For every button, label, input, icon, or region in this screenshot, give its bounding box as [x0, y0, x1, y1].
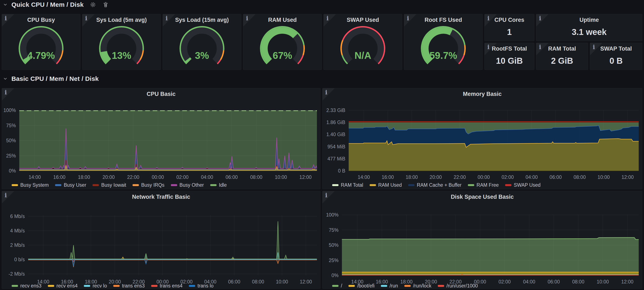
panel-title[interactable]: RAM Total	[536, 46, 588, 52]
legend-item[interactable]: Busy User	[55, 182, 86, 188]
svg-text:04:00: 04:00	[526, 174, 538, 180]
legend-label: /run/lock	[413, 283, 432, 289]
legend-swatch	[210, 184, 216, 186]
stat-value: 3.1 week	[536, 27, 642, 37]
panel-title[interactable]: CPU Busy	[2, 17, 80, 23]
legend-item[interactable]: trans ens3	[113, 283, 144, 289]
svg-text:1.40 GiB: 1.40 GiB	[326, 132, 346, 137]
legend-item[interactable]: RAM Cache + Buffer	[408, 182, 462, 188]
panel-sys-load-5m: i Sys Load (5m avg) 13%	[82, 14, 161, 70]
legend-item[interactable]: Busy Iowait	[92, 182, 126, 188]
legend-label: Busy System	[20, 182, 49, 188]
legend-swatch	[12, 285, 18, 287]
panel-title[interactable]: RootFS Total	[484, 46, 534, 52]
legend-item[interactable]: /run	[381, 283, 398, 289]
stat-value: 0 B	[590, 56, 642, 66]
section-header-basic[interactable]: Basic CPU / Mem / Net / Disk	[3, 74, 99, 84]
legend-item[interactable]: Busy Other	[171, 182, 204, 188]
legend-item[interactable]: recv ens3	[12, 283, 42, 289]
legend-label: recv lo	[92, 283, 107, 289]
legend-item[interactable]: /run/user/1000	[438, 283, 478, 289]
panel-title[interactable]: SWAP Total	[590, 46, 642, 52]
gauge-value: N/A	[324, 50, 402, 61]
panel-title[interactable]: Uptime	[536, 17, 642, 23]
network-traffic-plot[interactable]: -2 Mb/s0 b/s2 Mb/s4 Mb/s6 Mb/s14:0016:00…	[2, 191, 320, 288]
legend-label: recv ens3	[20, 283, 42, 289]
panel-sys-load-15m: i Sys Load (15m avg) 3%	[162, 14, 241, 70]
svg-text:02:00: 02:00	[176, 174, 189, 180]
panel-memory-basic: i Memory Basic 0 B477 MiB954 MiB1.40 GiB…	[322, 88, 642, 189]
svg-text:477 MiB: 477 MiB	[328, 156, 345, 162]
svg-text:75%: 75%	[6, 123, 16, 128]
legend-item[interactable]: RAM Used	[370, 182, 402, 188]
legend-item[interactable]: /boot/efi	[348, 283, 374, 289]
svg-text:16:00: 16:00	[382, 174, 394, 180]
legend-swatch	[92, 184, 99, 186]
sys-load-5m-gauge	[82, 24, 161, 70]
legend-item[interactable]: recv ens4	[48, 283, 78, 289]
chevron-down-icon[interactable]	[3, 2, 8, 7]
legend-swatch	[438, 285, 444, 287]
legend-swatch	[84, 285, 90, 287]
section-header-quick[interactable]: Quick CPU / Mem / Disk	[3, 0, 109, 9]
panel-title[interactable]: RAM Used	[243, 17, 322, 23]
svg-text:00:00: 00:00	[152, 174, 164, 180]
svg-text:22:00: 22:00	[454, 174, 466, 180]
panel-title[interactable]: Root FS Used	[404, 17, 482, 23]
panel-cpu-basic: i CPU Basic 0%25%50%75%100%14:0016:0018:…	[2, 88, 320, 189]
svg-text:12:00: 12:00	[622, 174, 634, 180]
panel-swap-used: i SWAP Used N/A	[324, 14, 402, 70]
panel-title[interactable]: CPU Cores	[484, 17, 534, 23]
legend-item[interactable]: Idle	[210, 182, 227, 188]
gauge-value: 13%	[82, 50, 161, 61]
legend-label: RAM Free	[476, 182, 499, 188]
svg-text:08:00: 08:00	[574, 174, 586, 180]
chevron-down-icon[interactable]	[3, 76, 8, 81]
trash-icon[interactable]	[102, 1, 109, 8]
legend-item[interactable]: Busy IRQs	[132, 182, 164, 188]
legend-item[interactable]: SWAP Used	[505, 182, 541, 188]
svg-text:10:00: 10:00	[598, 174, 610, 180]
section-title[interactable]: Quick CPU / Mem / Disk	[12, 1, 84, 8]
legend-swatch	[48, 285, 54, 287]
memory-basic-plot[interactable]: 0 B477 MiB954 MiB1.40 GiB1.86 GiB2.33 Gi…	[322, 88, 642, 189]
legend-item[interactable]: trans ens4	[151, 283, 182, 289]
gauge-value: 59.7%	[404, 50, 482, 61]
legend-item[interactable]: /run/lock	[404, 283, 432, 289]
legend-label: Busy Iowait	[101, 182, 126, 188]
svg-text:18:00: 18:00	[406, 174, 418, 180]
legend-item[interactable]: Busy System	[12, 182, 49, 188]
legend-swatch	[151, 285, 158, 287]
panel-ram-total: i RAM Total 2 GiB	[536, 43, 588, 70]
disk-space-plot[interactable]: 0%25%50%75%100%14:0016:0018:0020:0022:00…	[322, 191, 642, 288]
ram-used-gauge	[243, 24, 322, 70]
sys-load-15m-gauge	[163, 24, 241, 70]
legend-swatch	[505, 184, 512, 186]
svg-text:22:00: 22:00	[127, 174, 139, 180]
legend-item[interactable]: RAM Free	[468, 182, 499, 188]
svg-text:14:00: 14:00	[28, 174, 41, 180]
section-title[interactable]: Basic CPU / Mem / Net / Disk	[12, 75, 99, 82]
svg-text:20:00: 20:00	[102, 174, 115, 180]
legend-item[interactable]: recv lo	[84, 283, 107, 289]
svg-text:10:00: 10:00	[275, 174, 287, 180]
panel-uptime: i Uptime 3.1 week	[536, 14, 642, 41]
panel-title[interactable]: Sys Load (5m avg)	[82, 17, 161, 23]
cpu-basic-plot[interactable]: 0%25%50%75%100%14:0016:0018:0020:0022:00…	[2, 88, 320, 189]
panel-title[interactable]: Sys Load (15m avg)	[163, 17, 241, 23]
panel-title[interactable]: SWAP Used	[324, 17, 402, 23]
legend-label: recv ens4	[56, 283, 78, 289]
panel-cpu-cores: i CPU Cores 1	[484, 14, 534, 41]
gear-icon[interactable]	[90, 1, 96, 8]
legend-swatch	[381, 285, 387, 287]
legend-swatch	[468, 184, 474, 186]
svg-text:25%: 25%	[329, 258, 338, 263]
legend-label: SWAP Used	[514, 182, 541, 188]
gauge-value: 3%	[163, 50, 241, 61]
legend-item[interactable]: trans lo	[189, 283, 214, 289]
legend-item[interactable]: /	[332, 283, 342, 289]
legend-item[interactable]: RAM Total	[332, 182, 363, 188]
legend-swatch	[12, 184, 18, 186]
gauge-value: 4.79%	[2, 50, 80, 61]
svg-text:2.33 GiB: 2.33 GiB	[326, 108, 346, 113]
